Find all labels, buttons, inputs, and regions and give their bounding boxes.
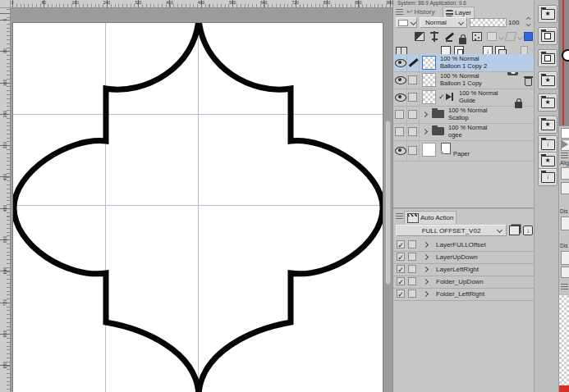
palette-color-swatch — [398, 20, 408, 26]
visibility-eye-icon[interactable] — [395, 76, 406, 84]
folder-star-icon: ★ — [541, 75, 555, 86]
distribute-input[interactable] — [561, 217, 569, 230]
material-folder-button[interactable]: ★ — [538, 152, 558, 170]
material-folder-button[interactable]: ★ — [538, 71, 558, 89]
history-icon: ↩ — [406, 7, 413, 17]
folder-star-icon: ★ — [541, 120, 555, 130]
layer-thumbnail[interactable] — [422, 73, 436, 87]
align-input[interactable] — [561, 182, 569, 194]
action-row[interactable]: ✓ LayerLeftRight — [393, 263, 534, 276]
action-set-select[interactable]: FULL OFFSET_V02 — [396, 225, 507, 236]
canvas-viewport[interactable] — [11, 8, 392, 392]
layer-thumbnail[interactable] — [422, 143, 436, 157]
hamburger-icon — [396, 213, 403, 219]
reference-layer-icon[interactable] — [429, 31, 439, 42]
select-checkbox[interactable] — [408, 146, 417, 155]
material-folder-button[interactable]: ★ — [538, 93, 558, 112]
layer-row-paper[interactable]: Paper — [393, 140, 534, 162]
layer-name: Paper — [453, 151, 470, 158]
expand-chevron-icon[interactable] — [423, 267, 429, 272]
enabled-checkbox[interactable]: ✓ — [397, 240, 405, 248]
lock-transparent-pixels-icon[interactable] — [472, 32, 482, 41]
action-name: LayerLeftRight — [436, 266, 479, 273]
document-canvas[interactable] — [13, 23, 383, 392]
distribute-input[interactable] — [561, 267, 569, 278]
material-3d-button[interactable] — [538, 27, 558, 45]
draft-layer-icon[interactable] — [444, 31, 454, 42]
expand-chevron-icon[interactable] — [423, 279, 429, 285]
palette-dock-buttons: ★ ★ ★ ★ ↓ ★ ↓ — [534, 0, 558, 392]
toggle-checkbox[interactable] — [408, 289, 416, 298]
preview-box[interactable] — [561, 128, 569, 139]
material-favorites-button[interactable]: ★ — [538, 5, 558, 23]
select-checkbox[interactable] — [408, 93, 417, 102]
select-checkbox[interactable] — [408, 75, 417, 84]
material-folder-button[interactable]: ★ — [538, 116, 558, 134]
layer-row-scallop-folder[interactable]: 100 % Normal Scallop — [393, 106, 534, 124]
expand-chevron-icon[interactable] — [422, 129, 428, 134]
layer-row-guide[interactable]: ✓ 100 % Normal Guide — [393, 89, 534, 107]
layer-row-balloon-1-copy-2[interactable]: 100 % Normal Balloon 1 Copy 2 — [393, 54, 534, 72]
expand-chevron-icon[interactable] — [423, 242, 429, 248]
tab-layer[interactable]: Layer — [443, 7, 475, 18]
ruler-label: 80 — [42, 1, 47, 5]
opacity-spinner[interactable]: 100 — [508, 17, 532, 28]
ogee-balloon-outline — [14, 23, 383, 392]
import-action-icon[interactable]: ↓ — [523, 226, 533, 235]
layer-color-icon[interactable] — [524, 32, 533, 41]
expand-chevron-icon[interactable] — [423, 291, 429, 297]
canvas-vertical-scrollbar[interactable] — [385, 121, 391, 285]
layer-row-balloon-1-copy[interactable]: 100 % Normal Balloon 1 Copy — [393, 71, 534, 89]
visibility-eye-icon[interactable] — [395, 93, 406, 102]
tab-history[interactable]: ↩ History — [404, 7, 437, 17]
enabled-checkbox[interactable]: ✓ — [397, 265, 405, 273]
action-row[interactable]: ✓ Folder_UpDown — [393, 276, 534, 289]
ruler-label: 160 — [3, 78, 7, 87]
expand-chevron-icon[interactable] — [423, 254, 429, 260]
blend-mode-select[interactable]: Normal — [420, 17, 467, 28]
material-download-button[interactable]: ↓ — [538, 168, 558, 186]
expand-chevron-icon[interactable] — [422, 112, 428, 117]
toggle-checkbox[interactable] — [408, 265, 416, 273]
toggle-checkbox[interactable] — [408, 277, 416, 285]
ruler-label: 640 — [3, 267, 7, 276]
material-download-button[interactable]: ↓ — [538, 135, 558, 153]
layer-thumbnail[interactable] — [422, 90, 436, 104]
clip-to-layer-below-icon[interactable] — [415, 32, 424, 41]
visibility-checkbox[interactable] — [395, 127, 404, 136]
layer-palette-menu-button[interactable] — [396, 9, 403, 15]
ruler-range-icon[interactable] — [505, 32, 516, 41]
chevron-down-icon[interactable] — [517, 34, 523, 40]
visibility-checkbox[interactable] — [395, 110, 404, 119]
palette-color-combo[interactable] — [396, 17, 417, 28]
material-3d-button[interactable] — [538, 49, 558, 67]
new-action-set-icon[interactable] — [509, 226, 520, 235]
chevron-down-icon[interactable] — [498, 34, 504, 40]
toggle-checkbox[interactable] — [408, 253, 416, 261]
auto-action-menu-button[interactable] — [396, 213, 403, 219]
enabled-checkbox[interactable]: ✓ — [397, 277, 405, 285]
opacity-slider[interactable] — [470, 18, 507, 27]
spinner-down-icon — [526, 22, 531, 27]
select-checkbox[interactable] — [408, 127, 417, 136]
align-input[interactable] — [561, 167, 569, 180]
lock-layer-icon[interactable] — [459, 38, 466, 44]
clip-studio-workspace: 080160240320400480560640720800880960 080… — [0, 0, 569, 392]
visibility-eye-icon[interactable] — [395, 59, 406, 67]
enable-mask-icon[interactable] — [487, 32, 497, 41]
action-row[interactable]: ✓ LayerFULLOffset — [393, 239, 534, 252]
folder-star-icon: ★ — [541, 156, 555, 166]
enabled-checkbox[interactable]: ✓ — [397, 289, 405, 298]
preview-box[interactable] — [561, 139, 569, 151]
ruler-label: 240 — [103, 1, 110, 5]
enabled-checkbox[interactable]: ✓ — [397, 253, 405, 261]
layer-row-ogee-folder[interactable]: 100 % Normal ogee — [393, 123, 534, 141]
toggle-checkbox[interactable] — [408, 240, 416, 248]
tab-auto-action[interactable]: Auto Action — [404, 211, 457, 224]
distribute-input[interactable] — [561, 251, 569, 265]
select-checkbox[interactable] — [408, 110, 417, 119]
layer-thumbnail[interactable] — [422, 56, 436, 70]
action-row[interactable]: ✓ LayerUpDown — [393, 251, 534, 264]
visibility-eye-icon[interactable] — [395, 147, 406, 155]
action-row[interactable]: ✓ Folder_LeftRight — [393, 288, 534, 301]
